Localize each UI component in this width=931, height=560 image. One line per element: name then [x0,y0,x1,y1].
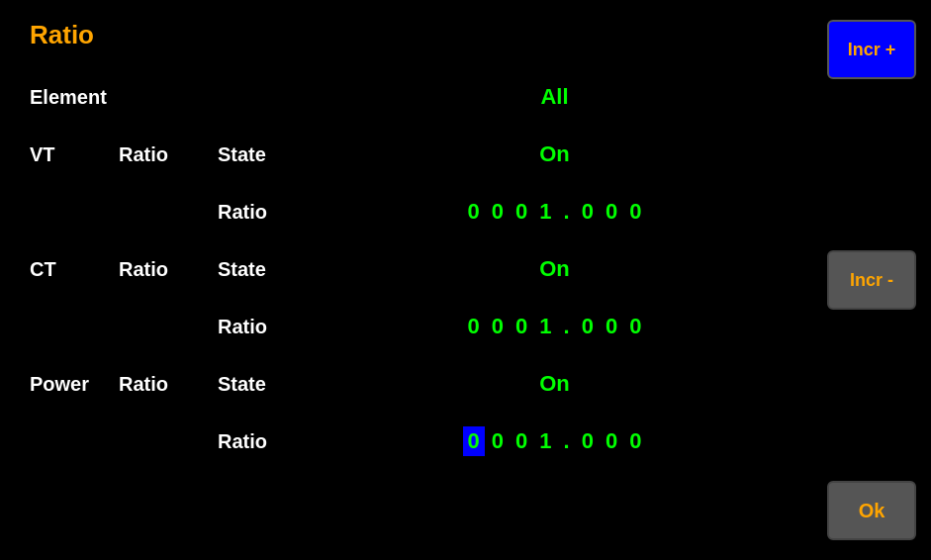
vt-ratio-value[interactable]: 0 0 0 1 . 0 0 0 [326,197,783,227]
ct-ratio-sublabel: Ratio [218,316,326,338]
power-state-value[interactable]: On [326,371,783,397]
main-container: Ratio Element All VT Ratio State On Rati… [0,0,931,560]
ct-d2[interactable]: 0 [511,312,532,341]
element-label: Element [30,86,119,109]
power-state-label: State [218,373,326,396]
power-ratio-label: Ratio [119,373,218,396]
ct-d4[interactable]: 0 [577,312,599,341]
vt-d4[interactable]: 0 [577,197,599,227]
vt-d1[interactable]: 0 [487,197,509,227]
ct-state-value[interactable]: On [326,256,783,282]
vt-ratio-row: Ratio 0 0 0 1 . 0 0 0 [30,183,783,240]
page-title: Ratio [30,20,783,50]
vt-label: VT [30,143,119,166]
power-d6[interactable]: 0 [624,426,646,456]
power-ratio-value[interactable]: 0 0 0 1 . 0 0 0 [326,426,783,456]
data-table: Element All VT Ratio State On Ratio 0 0 [30,68,783,470]
ct-ratio-value[interactable]: 0 0 0 1 . 0 0 0 [326,312,783,341]
ok-button[interactable]: Ok [827,481,916,540]
vt-d3[interactable]: 1 [534,197,556,227]
ct-d1[interactable]: 0 [487,312,509,341]
vt-state-value[interactable]: On [326,141,783,167]
ct-d5[interactable]: 0 [601,312,622,341]
power-d1[interactable]: 0 [487,426,509,456]
sidebar: Incr + Incr - Ok [812,0,931,560]
ct-d0[interactable]: 0 [463,312,485,341]
ct-ratio-label: Ratio [119,258,218,281]
vt-d0[interactable]: 0 [463,197,485,227]
vt-ratio-label: Ratio [119,143,218,166]
ct-ratio-state-row: CT Ratio State On [30,240,783,298]
vt-dot: . [559,197,575,227]
power-ratio-row: Ratio 0 0 0 1 . 0 0 0 [30,413,783,470]
vt-ratio-sublabel: Ratio [218,201,326,224]
content-area: Ratio Element All VT Ratio State On Rati… [0,0,812,560]
power-label: Power [30,373,119,396]
ct-dot: . [559,312,575,341]
incr-plus-button[interactable]: Incr + [827,20,916,79]
element-value: All [326,84,783,110]
power-ratio-sublabel: Ratio [218,430,326,453]
vt-state-label: State [218,143,326,166]
ct-ratio-row: Ratio 0 0 0 1 . 0 0 0 [30,298,783,355]
power-d2[interactable]: 0 [511,426,532,456]
ct-label: CT [30,258,119,281]
ct-state-label: State [218,258,326,281]
element-row: Element All [30,68,783,126]
power-d5[interactable]: 0 [601,426,622,456]
power-ratio-state-row: Power Ratio State On [30,355,783,413]
power-d0[interactable]: 0 [463,426,485,456]
power-d3[interactable]: 1 [534,426,556,456]
vt-d2[interactable]: 0 [511,197,532,227]
vt-d5[interactable]: 0 [601,197,622,227]
power-d4[interactable]: 0 [577,426,599,456]
ct-d3[interactable]: 1 [534,312,556,341]
power-dot: . [559,426,575,456]
incr-minus-button[interactable]: Incr - [827,250,916,310]
vt-ratio-state-row: VT Ratio State On [30,126,783,183]
vt-d6[interactable]: 0 [624,197,646,227]
ct-d6[interactable]: 0 [624,312,646,341]
